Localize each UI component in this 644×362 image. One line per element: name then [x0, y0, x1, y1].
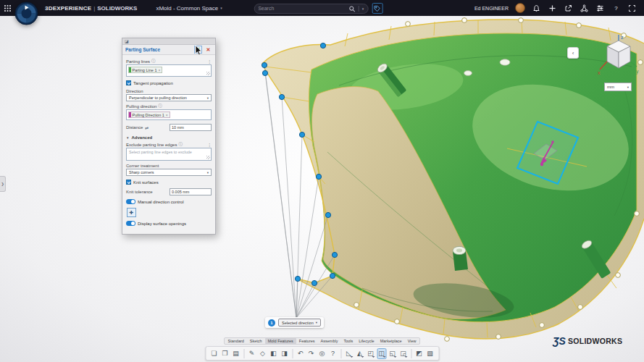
paste-icon[interactable]: ❏	[209, 348, 219, 359]
search-bar[interactable]: ▾	[254, 4, 368, 14]
collapse-view-button[interactable]: ‹	[567, 47, 579, 59]
core-cavity-icon[interactable]: ◲	[398, 348, 408, 359]
panel-tab-strip[interactable]: ◪	[122, 38, 215, 45]
fullscreen-icon[interactable]	[627, 4, 637, 13]
checkbox-checked-icon	[126, 180, 131, 185]
tab-assembly[interactable]: Assembly	[318, 338, 341, 344]
pulling-direction-label: Pulling direction	[126, 104, 156, 109]
extrude-icon[interactable]: ◧	[269, 348, 278, 359]
chip-remove-icon[interactable]: ×	[166, 113, 168, 117]
tab-features[interactable]: Features	[296, 338, 318, 344]
help-icon[interactable]: ?	[328, 348, 338, 359]
chevron-down-icon: ▾	[220, 6, 222, 10]
3ds-logo-mark: ƷS	[553, 336, 566, 346]
direction-value: Perpendicular to pulling direction	[129, 96, 187, 100]
knit-surfaces-checkbox[interactable]: Knit surfaces	[126, 180, 212, 185]
pulling-direction-chip[interactable]: Pulling Direction 1 ×	[128, 111, 170, 118]
document-properties-icon[interactable]: ▤	[231, 348, 241, 359]
draft-analysis-icon[interactable]: ◭	[355, 348, 364, 359]
knit-tolerance-input[interactable]	[170, 188, 212, 195]
toolbar-divider	[411, 349, 411, 358]
pulling-direction-input[interactable]: Pulling Direction 1 ×	[126, 109, 212, 120]
chip-remove-icon[interactable]: ×	[158, 68, 160, 72]
axis-y-label: y	[636, 69, 639, 75]
display-openings-toggle[interactable]	[126, 221, 135, 226]
info-icon[interactable]: ⓘ	[178, 143, 183, 147]
parting-lines-input[interactable]: Parting Line 1 ×	[126, 64, 212, 77]
parting-line-chip[interactable]: Parting Line 1 ×	[128, 67, 162, 73]
solidworks-logo-text: SOLIDWORKS	[568, 337, 622, 345]
redo-icon[interactable]: ↷	[306, 348, 316, 359]
corner-treatment-label: Corner treatment	[126, 164, 159, 168]
reverse-direction-icon[interactable]: ⇄	[145, 125, 149, 130]
advanced-label: Advanced	[131, 135, 152, 140]
chevron-down-icon: ▾	[316, 321, 317, 324]
search-options-caret-icon[interactable]: ▾	[362, 7, 364, 11]
view-orientation-cube[interactable]: x y z	[595, 33, 640, 83]
parting-surface-icon[interactable]: ◫	[377, 348, 386, 359]
tab-sketch[interactable]: Sketch	[247, 338, 265, 344]
brand-primary: 3DEXPERIENCE	[45, 5, 91, 12]
chevron-down-icon: ▾	[627, 85, 629, 89]
info-icon[interactable]: ⓘ	[158, 104, 162, 109]
tab-marketplace[interactable]: Marketplace	[377, 338, 405, 344]
apps-launcher-icon[interactable]	[0, 0, 14, 16]
undo-icon[interactable]: ↶	[296, 348, 305, 359]
knit-tolerance-label: Knit tolerance	[126, 190, 153, 194]
manual-direction-toggle[interactable]	[126, 199, 135, 204]
chip-label: Parting Line 1	[133, 68, 157, 72]
tab-standard[interactable]: Standard	[225, 338, 247, 344]
tab-lifecycle[interactable]: Lifecycle	[356, 338, 377, 344]
selected-direction-dropdown[interactable]: Selected direction ▾	[278, 319, 321, 327]
cut-icon[interactable]: ◨	[280, 348, 289, 359]
search-input[interactable]	[258, 6, 346, 11]
shut-off-surface-icon[interactable]: ◰	[366, 348, 375, 359]
user-avatar[interactable]	[515, 3, 525, 13]
app-context-menu[interactable]: xMold - Common Space ▾	[156, 5, 222, 12]
direction-manipulator-button[interactable]: ✚	[127, 208, 136, 217]
axis-z-label: z	[621, 35, 624, 40]
search-icon[interactable]	[349, 2, 356, 15]
distance-input[interactable]	[170, 124, 212, 131]
toolbar-divider	[243, 349, 244, 358]
tab-tools[interactable]: Tools	[340, 338, 356, 344]
notifications-bell-icon[interactable]	[532, 4, 541, 13]
panel-expander[interactable]: ❯	[0, 176, 6, 192]
tangent-propagation-checkbox[interactable]: Tangent propagation	[126, 80, 212, 85]
brand: 3DEXPERIENCE | SOLIDWORKS	[45, 5, 137, 12]
manipulator-icon: ✚	[130, 210, 134, 216]
tooling-split-icon[interactable]: ◱	[388, 348, 397, 359]
tab-view[interactable]: View	[405, 338, 419, 344]
sketch-icon[interactable]: ✎	[247, 348, 256, 359]
collaboration-icon[interactable]	[580, 4, 589, 13]
exclude-edges-input[interactable]: Select parting line edges to exclude	[126, 148, 212, 161]
user-name[interactable]: Ed ENGINEER	[474, 6, 509, 11]
model-viewport[interactable]	[0, 0, 644, 362]
distance-label: Distance	[126, 125, 143, 130]
display-style-icon[interactable]: ▧	[425, 348, 435, 359]
section-view-icon[interactable]: ◩	[414, 348, 424, 359]
more-options-icon[interactable]: ⋮	[207, 143, 212, 147]
help-icon[interactable]: ?	[611, 4, 621, 13]
corner-treatment-select[interactable]: Sharp corners ▾	[126, 169, 212, 176]
more-options-icon[interactable]: ⋮	[207, 59, 212, 64]
tag-button[interactable]	[372, 3, 382, 14]
cancel-button[interactable]: ✕	[204, 46, 212, 54]
tab-mold-features[interactable]: Mold Features	[265, 338, 296, 344]
units-dropdown[interactable]: mm ▾	[604, 83, 632, 91]
copy-icon[interactable]: ❐	[220, 348, 230, 359]
share-icon[interactable]	[564, 4, 573, 13]
doc-tab-bar: StandardSketchMold FeaturesFeaturesAssem…	[224, 337, 421, 345]
plane-icon[interactable]: ◇	[258, 348, 267, 359]
axis-x-label: x	[598, 70, 601, 75]
add-icon[interactable]	[548, 4, 557, 13]
application-window: 3DEXPERIENCE | SOLIDWORKS xMold - Common…	[0, 0, 644, 362]
3dexperience-compass-icon[interactable]	[14, 1, 38, 28]
advanced-section-toggle[interactable]: ▼ Advanced	[126, 135, 212, 140]
direction-select[interactable]: Perpendicular to pulling direction ▾	[126, 94, 212, 101]
info-icon[interactable]: ⓘ	[151, 59, 156, 64]
mouse-cursor	[195, 45, 203, 59]
parting-line-icon[interactable]: ◺	[344, 348, 354, 359]
task-list-icon[interactable]	[595, 4, 605, 13]
mouse-gesture-icon[interactable]: ◎	[317, 348, 327, 359]
